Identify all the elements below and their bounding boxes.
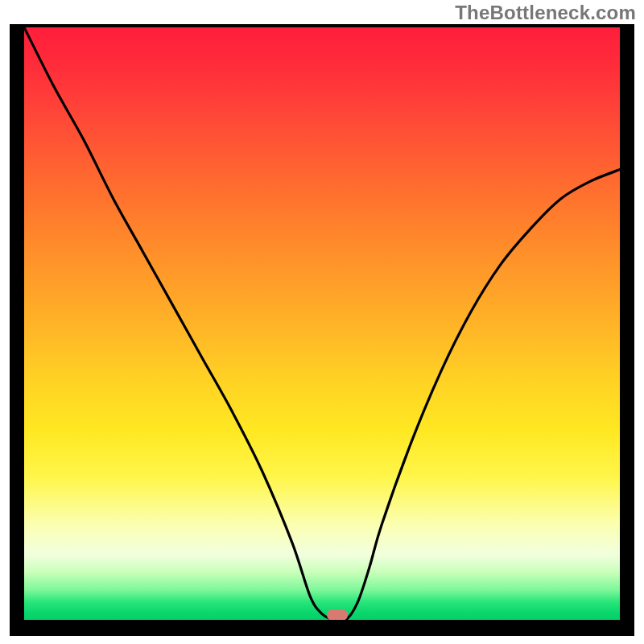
bottleneck-curve (24, 27, 620, 620)
watermark-text: TheBottleneck.com (455, 2, 636, 24)
optimal-marker (327, 609, 348, 620)
plot-border (10, 24, 634, 636)
plot-area (24, 27, 620, 620)
chart-frame: TheBottleneck.com (0, 0, 644, 644)
